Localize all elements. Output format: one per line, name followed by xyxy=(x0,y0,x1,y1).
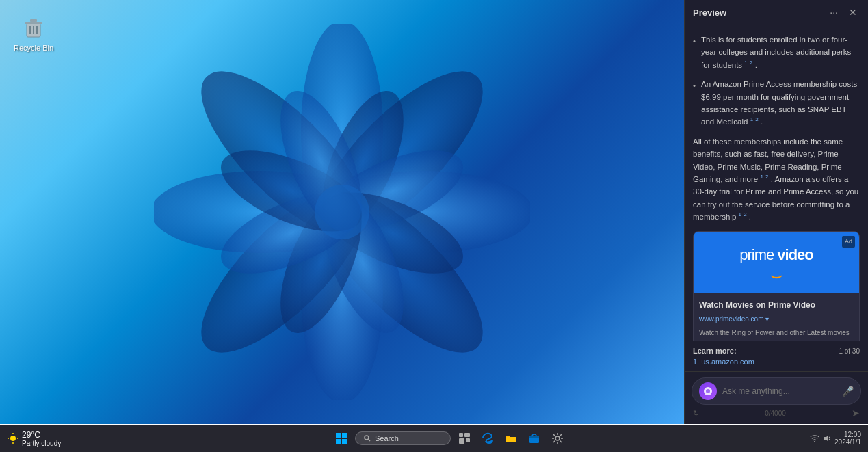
bullet-item-1: • This is for students enrolled in two o… xyxy=(693,34,860,71)
system-tray[interactable] xyxy=(810,434,832,443)
svg-marker-45 xyxy=(824,435,828,442)
main-paragraph: All of these memberships include the sam… xyxy=(693,135,860,224)
svg-rect-39 xyxy=(466,438,470,442)
refresh-icon[interactable]: ↻ xyxy=(693,409,699,418)
microsoft-store-icon[interactable] xyxy=(525,429,544,448)
close-panel-button[interactable]: ✕ xyxy=(846,5,860,19)
svg-rect-40 xyxy=(506,437,516,442)
ad-image: Ad prime video ⌣ xyxy=(694,232,859,293)
weather-icon xyxy=(7,432,19,444)
ad-title: Watch Movies on Prime Video xyxy=(699,299,854,312)
svg-point-34 xyxy=(365,436,369,440)
chat-input-field[interactable] xyxy=(722,386,837,396)
svg-point-44 xyxy=(814,441,815,442)
preview-panel: Preview ··· ✕ • This is for students enr… xyxy=(684,0,868,424)
more-options-button[interactable]: ··· xyxy=(827,5,841,19)
recycle-bin-label: Recycle Bin xyxy=(14,44,53,52)
svg-rect-37 xyxy=(464,433,470,437)
svg-rect-32 xyxy=(336,439,341,444)
svg-rect-30 xyxy=(336,433,341,438)
cite-ref-6[interactable]: 2 xyxy=(765,174,768,180)
char-count: 0/4000 xyxy=(765,410,786,417)
cite-ref-3[interactable]: 1 xyxy=(750,117,753,123)
svg-rect-42 xyxy=(529,436,539,438)
cite-ref-1[interactable]: 1 xyxy=(744,59,747,66)
bullet-text-1: This is for students enrolled in two or … xyxy=(701,34,860,71)
cite-ref-4[interactable]: 2 xyxy=(755,117,758,123)
learn-more-link-1[interactable]: 1. us.amazon.com xyxy=(693,358,754,366)
send-button[interactable]: ➤ xyxy=(852,408,860,418)
panel-title: Preview xyxy=(693,8,726,18)
learn-more-title: Learn more: xyxy=(693,347,737,355)
start-button[interactable] xyxy=(332,429,351,448)
search-icon xyxy=(364,435,371,442)
cite-ref-2[interactable]: 2 xyxy=(750,59,752,66)
cite-ref-8[interactable]: 2 xyxy=(744,211,746,217)
desktop: Recycle Bin xyxy=(0,0,684,424)
panel-content[interactable]: • This is for students enrolled in two o… xyxy=(685,25,868,341)
wifi-icon xyxy=(810,434,819,443)
cite-ref-5[interactable]: 1 xyxy=(760,174,763,180)
prime-logo: prime video ⌣ xyxy=(739,243,813,284)
bullet-dot-1: • xyxy=(693,35,696,71)
svg-point-43 xyxy=(555,436,560,440)
svg-rect-31 xyxy=(342,433,347,438)
chat-footer: ↻ 0/4000 ➤ xyxy=(692,405,861,418)
task-view-button[interactable] xyxy=(455,429,474,448)
bullet-item-2: • An Amazon Prime Access membership cost… xyxy=(693,78,860,129)
learn-more-section: Learn more: 1 of 30 1. us.amazon.com xyxy=(685,341,868,371)
svg-rect-36 xyxy=(459,433,463,437)
learn-more-header: Learn more: 1 of 30 xyxy=(693,347,860,355)
search-label: Search xyxy=(375,434,399,442)
svg-point-25 xyxy=(10,436,16,441)
taskbar: 29°C Partly cloudy Search xyxy=(0,425,868,452)
chat-input-area: 🎤 ↻ 0/4000 ➤ xyxy=(685,371,868,424)
edge-browser-icon[interactable] xyxy=(478,429,497,448)
cite-ref-7[interactable]: 1 xyxy=(738,211,741,217)
ad-body: Watch Movies on Prime Video www.primevid… xyxy=(694,293,859,341)
svg-point-24 xyxy=(706,389,710,393)
panel-controls: ··· ✕ xyxy=(827,5,860,19)
svg-rect-19 xyxy=(30,19,37,22)
ad-description: Watch the Ring of Power and other Latest… xyxy=(699,328,854,341)
ad-card[interactable]: Ad prime video ⌣ Watch Movies on Prime V… xyxy=(693,231,860,341)
microphone-icon[interactable]: 🎤 xyxy=(842,386,854,397)
weather-info: 29°C Partly cloudy xyxy=(22,430,61,447)
svg-point-16 xyxy=(315,185,369,239)
search-bar[interactable]: Search xyxy=(355,431,451,445)
copilot-avatar xyxy=(699,382,717,400)
ad-badge: Ad xyxy=(842,236,855,247)
prime-arrow: ⌣ xyxy=(770,268,782,283)
taskbar-right: 12:00 2024/1/1 xyxy=(810,431,861,446)
taskbar-center: Search xyxy=(93,429,806,448)
bullet-dot-2: • xyxy=(693,79,696,129)
recycle-bin-icon[interactable]: Recycle Bin xyxy=(14,14,53,52)
taskbar-weather[interactable]: 29°C Partly cloudy xyxy=(7,430,89,447)
svg-rect-38 xyxy=(459,438,464,444)
svg-line-35 xyxy=(369,440,371,442)
weather-temp: 29°C xyxy=(22,430,61,440)
file-explorer-icon[interactable] xyxy=(501,429,521,448)
svg-rect-18 xyxy=(25,22,42,24)
volume-icon xyxy=(822,434,832,443)
panel-header: Preview ··· ✕ xyxy=(685,0,868,25)
svg-rect-33 xyxy=(342,439,347,444)
bullet-text-2: An Amazon Prime Access membership costs … xyxy=(701,78,860,129)
ad-url[interactable]: www.primevideo.com ▾ xyxy=(699,314,854,325)
learn-more-count: 1 of 30 xyxy=(839,347,860,355)
prime-text: prime video xyxy=(739,243,813,267)
url-arrow: ▾ xyxy=(765,315,769,323)
chat-input-row: 🎤 xyxy=(692,377,861,405)
settings-icon[interactable] xyxy=(548,429,567,448)
weather-condition: Partly cloudy xyxy=(22,440,61,447)
system-time[interactable]: 12:00 2024/1/1 xyxy=(834,431,861,446)
